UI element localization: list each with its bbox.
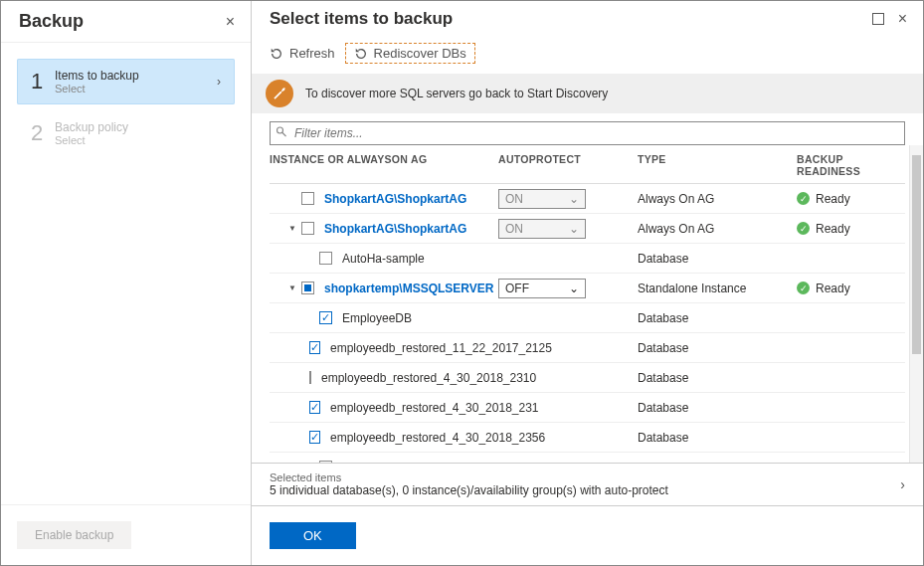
cell-name: employeedb_restored_4_30_2018_2310 <box>270 371 498 385</box>
checkbox[interactable] <box>309 371 311 384</box>
header-controls: × <box>872 10 907 28</box>
table-header: INSTANCE OR ALWAYSON AG AUTOPROTECT TYPE… <box>270 145 905 184</box>
footer: OK <box>252 506 923 565</box>
left-header: Backup × <box>1 1 251 43</box>
summary-body: Selected items 5 individual database(s),… <box>270 472 668 497</box>
col-instance: INSTANCE OR ALWAYSON AG <box>270 153 498 177</box>
cell-name: employeedb_restored_11_22_2017_2125 <box>270 341 498 355</box>
step-items-to-backup[interactable]: 1 Items to backup Select › <box>17 59 235 104</box>
chevron-down-icon: ⌄ <box>569 192 579 206</box>
item-name: employeedb_restored_4_30_2018_2310 <box>321 371 536 385</box>
table-row[interactable]: masterDatabase <box>270 453 905 463</box>
scrollbar[interactable] <box>909 145 923 463</box>
check-circle-icon <box>797 282 810 294</box>
right-header: Select items to backup × <box>252 1 923 37</box>
item-name: employeedb_restored_4_30_2018_231 <box>330 401 539 415</box>
step-body: Items to backup Select <box>55 69 217 94</box>
cell-readiness: Ready <box>797 192 905 206</box>
chevron-down-icon: ⌄ <box>569 222 579 236</box>
cell-name: EmployeeDB <box>270 311 498 325</box>
col-type: TYPE <box>638 153 797 177</box>
checkbox[interactable] <box>319 252 332 265</box>
select-value: ON <box>505 192 523 206</box>
autoprotect-select: ON⌄ <box>498 219 586 239</box>
cell-autoprotect: ON⌄ <box>498 189 638 209</box>
readiness-text: Ready <box>816 282 850 295</box>
cell-autoprotect: ON⌄ <box>498 219 638 239</box>
step-number: 2 <box>31 120 55 146</box>
summary-text: 5 individual database(s), 0 instance(s)/… <box>270 483 668 497</box>
table-row[interactable]: employeedb_restored_4_30_2018_2310Databa… <box>270 363 905 393</box>
autoprotect-select[interactable]: OFF⌄ <box>498 279 586 298</box>
close-icon[interactable]: × <box>898 10 907 28</box>
step-subtitle: Select <box>55 83 217 94</box>
step-subtitle: Select <box>55 134 221 146</box>
table-row[interactable]: ▼ShopkartAG\ShopkartAGON⌄Always On AGRea… <box>270 214 905 244</box>
svg-line-1 <box>282 132 286 136</box>
summary-bar[interactable]: Selected items 5 individual database(s),… <box>252 463 923 506</box>
cell-type: Database <box>638 431 797 445</box>
svg-point-0 <box>277 127 283 133</box>
step-number: 1 <box>31 69 55 94</box>
cell-type: Database <box>638 311 797 325</box>
checkbox[interactable] <box>301 222 314 235</box>
refresh-icon <box>270 47 283 61</box>
col-autoprotect: AUTOPROTECT <box>498 153 638 177</box>
item-name: EmployeeDB <box>342 311 412 325</box>
item-name[interactable]: shopkartemp\MSSQLSERVER <box>324 282 493 295</box>
table-row[interactable]: AutoHa-sampleDatabase <box>270 244 905 274</box>
filter-input[interactable] <box>270 121 905 145</box>
cell-type: Always On AG <box>638 222 797 236</box>
right-title: Select items to backup <box>270 9 453 29</box>
refresh-button[interactable]: Refresh <box>270 46 335 61</box>
refresh-label: Refresh <box>289 46 335 61</box>
cell-type: Database <box>638 252 797 266</box>
checkbox[interactable] <box>309 431 320 444</box>
item-name[interactable]: ShopkartAG\ShopkartAG <box>324 192 466 206</box>
ok-button[interactable]: OK <box>270 522 356 549</box>
table-row[interactable]: employeedb_restored_11_22_2017_2125Datab… <box>270 333 905 363</box>
summary-label: Selected items <box>270 472 668 483</box>
chevron-right-icon[interactable]: › <box>900 476 905 492</box>
table-row[interactable]: employeedb_restored_4_30_2018_231Databas… <box>270 393 905 423</box>
scrollbar-thumb[interactable] <box>912 155 921 354</box>
select-value: OFF <box>505 282 529 295</box>
cell-autoprotect: OFF⌄ <box>498 279 638 298</box>
item-name[interactable]: ShopkartAG\ShopkartAG <box>324 222 466 236</box>
checkbox[interactable] <box>309 341 320 354</box>
item-name: employeedb_restored_11_22_2017_2125 <box>330 341 552 355</box>
checkbox[interactable] <box>319 311 332 324</box>
table-scroll[interactable]: INSTANCE OR ALWAYSON AG AUTOPROTECT TYPE… <box>270 145 905 463</box>
step-backup-policy[interactable]: 2 Backup policy Select <box>17 110 235 156</box>
table-row[interactable]: ShopkartAG\ShopkartAGON⌄Always On AGRead… <box>270 184 905 214</box>
search-icon <box>276 126 287 141</box>
close-icon[interactable]: × <box>226 13 235 31</box>
checkbox[interactable] <box>309 401 320 414</box>
expand-caret-icon[interactable]: ▼ <box>287 283 297 292</box>
table-row[interactable]: employeedb_restored_4_30_2018_2356Databa… <box>270 423 905 453</box>
step-title: Items to backup <box>55 69 217 83</box>
item-name: employeedb_restored_4_30_2018_2356 <box>330 431 545 445</box>
table-area: INSTANCE OR ALWAYSON AG AUTOPROTECT TYPE… <box>252 145 923 463</box>
expand-caret-icon[interactable]: ▼ <box>287 224 297 233</box>
check-circle-icon <box>797 222 810 235</box>
table-row[interactable]: ▼shopkartemp\MSSQLSERVEROFF⌄Standalone I… <box>270 274 905 303</box>
step-body: Backup policy Select <box>55 120 221 146</box>
cell-name: ▼shopkartemp\MSSQLSERVER <box>270 282 498 295</box>
enable-backup-button: Enable backup <box>17 521 131 549</box>
steps-list: 1 Items to backup Select › 2 Backup poli… <box>1 43 251 504</box>
maximize-icon[interactable] <box>872 13 884 25</box>
cell-readiness: Ready <box>797 222 905 236</box>
cell-type: Always On AG <box>638 192 797 206</box>
rediscover-dbs-button[interactable]: Rediscover DBs <box>345 43 475 64</box>
filter-box <box>270 121 905 145</box>
toolbar: Refresh Rediscover DBs <box>252 37 923 74</box>
left-footer: Enable backup <box>1 504 251 565</box>
info-text: To discover more SQL servers go back to … <box>305 87 608 100</box>
cell-type: Standalone Instance <box>638 282 797 295</box>
table-row[interactable]: EmployeeDBDatabase <box>270 303 905 333</box>
item-name: AutoHa-sample <box>342 252 425 266</box>
checkbox[interactable] <box>301 192 314 205</box>
checkbox[interactable] <box>301 282 314 294</box>
wrench-icon <box>266 80 293 107</box>
